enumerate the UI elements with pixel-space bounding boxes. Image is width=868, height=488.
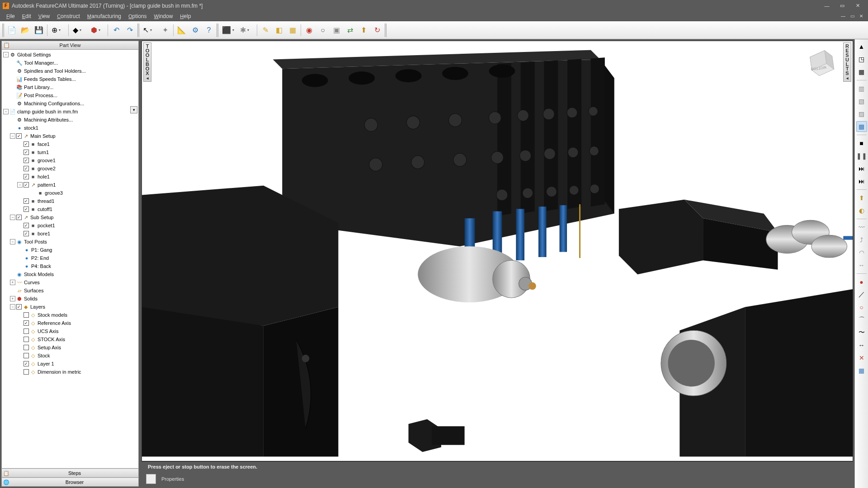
results-tab[interactable]: RESULTS◂ xyxy=(843,42,851,82)
snap-dim-button[interactable]: ↔ xyxy=(856,340,867,351)
checkbox[interactable]: ✓ xyxy=(24,141,29,147)
undo-button[interactable]: ↶ xyxy=(110,24,123,37)
help-button[interactable]: ? xyxy=(203,24,215,37)
drill-button[interactable]: ⬆ xyxy=(856,192,867,203)
tree-surfaces[interactable]: ▱Surfaces xyxy=(2,286,138,295)
refresh-button[interactable]: ↻ xyxy=(371,24,383,37)
dim-button[interactable]: ↔ xyxy=(856,260,867,271)
checkbox[interactable]: ✓ xyxy=(24,158,29,163)
tree-dropdown-button[interactable]: ▾ xyxy=(130,106,137,113)
browser-button[interactable]: 🌐Browser xyxy=(1,478,139,487)
tree-pattern1[interactable]: −✓↗pattern1 xyxy=(2,181,138,189)
close-button[interactable]: ✕ xyxy=(850,1,865,10)
checkbox[interactable]: ✓ xyxy=(16,304,22,310)
snap-point-button[interactable]: ● xyxy=(856,277,867,287)
checkbox[interactable] xyxy=(24,312,29,318)
menu-manufacturing[interactable]: Manufacturing xyxy=(84,12,125,20)
snap-grid-button[interactable]: ▦ xyxy=(856,365,867,376)
tree-thread1[interactable]: ✓■thread1 xyxy=(2,197,138,205)
feature-button-2[interactable]: ◧ xyxy=(273,24,285,37)
checkbox[interactable]: ✓ xyxy=(24,206,29,212)
tree-cutoff1[interactable]: ✓■cutoff1 xyxy=(2,205,138,213)
face-button[interactable]: ◐ xyxy=(856,205,867,216)
ucs-button[interactable]: ⊕ xyxy=(49,24,66,37)
tree-machining-config[interactable]: ⚙Machining Configurations... xyxy=(2,99,138,108)
wireframe-button[interactable]: ▥ xyxy=(856,83,867,94)
checkbox[interactable]: ✓ xyxy=(24,223,29,228)
view-cube[interactable]: BOTTOM xyxy=(800,42,840,82)
setup-button[interactable]: ✱ xyxy=(238,24,255,37)
tree-layer-reference-axis[interactable]: ✓◇Reference Axis xyxy=(2,319,138,327)
toolbar-grip[interactable] xyxy=(217,23,218,37)
tree-global-settings[interactable]: −⚙Global Settings xyxy=(2,51,138,59)
shaded-edges-button[interactable]: ▩ xyxy=(856,121,867,132)
part-view-tree[interactable]: ▾ −⚙Global Settings 🔧Tool Manager... ⚙Sp… xyxy=(1,50,139,469)
toolbar-grip[interactable] xyxy=(385,23,387,37)
sim-pause-button[interactable]: ❚❚ xyxy=(856,150,867,161)
tree-groove2[interactable]: ✓■groove2 xyxy=(2,164,138,173)
checkbox[interactable]: ✓ xyxy=(24,182,29,188)
menu-help[interactable]: Help xyxy=(176,12,194,20)
sim-3d-button[interactable]: ◉ xyxy=(303,24,316,37)
tree-stock-models[interactable]: ◉Stock Models xyxy=(2,270,138,278)
tree-part-library[interactable]: 📚Part Library... xyxy=(2,83,138,91)
part-view-header[interactable]: 📋 Part View xyxy=(1,41,139,50)
snap-arc-button[interactable]: ⌒ xyxy=(856,314,867,325)
select-tool-button[interactable]: ↖ xyxy=(141,24,158,37)
feature-button-1[interactable]: ✎ xyxy=(259,24,272,37)
hidden-line-button[interactable]: ▧ xyxy=(856,96,867,107)
menu-window[interactable]: Window xyxy=(151,12,177,20)
sim-next-button[interactable]: ⏭ xyxy=(856,163,867,174)
steps-button[interactable]: 📋Steps xyxy=(1,469,139,478)
checkbox[interactable]: ✓ xyxy=(24,361,29,366)
tree-layer-stock[interactable]: ◇Stock xyxy=(2,352,138,360)
snap-circle-button[interactable]: ○ xyxy=(856,302,867,313)
tree-tool-posts[interactable]: −◉Tool Posts xyxy=(2,238,138,246)
post-button[interactable]: ⬆ xyxy=(357,24,370,37)
checkbox[interactable]: ✓ xyxy=(24,320,29,326)
tree-p2-end[interactable]: ●P2: End xyxy=(2,254,138,262)
toolbox-tab[interactable]: TOOLBOX◂ xyxy=(143,42,151,82)
tree-layer-ucs-axis[interactable]: ◇UCS Axis xyxy=(2,327,138,335)
tree-groove1[interactable]: ✓■groove1 xyxy=(2,156,138,164)
toolbar-grip[interactable] xyxy=(137,23,139,37)
checkbox[interactable]: ✓ xyxy=(24,174,29,179)
checkbox[interactable] xyxy=(24,369,29,375)
arc-button[interactable]: ◠ xyxy=(856,247,867,258)
tree-sub-setup[interactable]: −✓↗Sub Setup xyxy=(2,213,138,221)
checkbox[interactable] xyxy=(24,328,29,334)
tree-layer-1[interactable]: ✓◇Layer 1 xyxy=(2,360,138,368)
sim-centerline-button[interactable]: ○ xyxy=(316,24,329,37)
principal-view-button[interactable]: ▲ xyxy=(856,41,867,52)
properties-bar[interactable]: Properties xyxy=(142,471,853,487)
solids-button[interactable]: ⬢ xyxy=(89,24,106,37)
point-button[interactable]: ⤴ xyxy=(856,235,867,245)
checkbox[interactable] xyxy=(24,337,29,342)
toolbar-grip[interactable] xyxy=(2,23,4,37)
tree-main-setup[interactable]: −✓↗Main Setup xyxy=(2,132,138,140)
menu-construct[interactable]: Construct xyxy=(53,12,84,20)
sim-stop-button[interactable]: ■ xyxy=(856,138,867,149)
transform-button[interactable]: ✦ xyxy=(159,24,171,37)
tree-layer-stock-axis[interactable]: ◇STOCK Axis xyxy=(2,335,138,343)
snap-line-button[interactable]: ／ xyxy=(856,289,867,300)
menu-options[interactable]: Options xyxy=(125,12,151,20)
tree-solids[interactable]: +⬢Solids xyxy=(2,295,138,303)
tree-stock1[interactable]: ●stock1 xyxy=(2,124,138,132)
snap-curve-button[interactable]: 〜 xyxy=(856,327,867,338)
layers-button[interactable]: ◆ xyxy=(71,24,88,37)
isometric-view-button[interactable]: ◳ xyxy=(856,54,867,65)
sim-2d-button[interactable]: ▣ xyxy=(330,24,343,37)
tree-face1[interactable]: ✓■face1 xyxy=(2,140,138,148)
tree-groove3[interactable]: ■groove3 xyxy=(2,189,138,197)
measure-button[interactable]: 📐 xyxy=(175,24,188,37)
tree-feeds-speeds[interactable]: 📊Feeds Speeds Tables... xyxy=(2,75,138,83)
checkbox[interactable]: ✓ xyxy=(24,198,29,204)
tree-tool-manager[interactable]: 🔧Tool Manager... xyxy=(2,59,138,67)
mdi-minimize-button[interactable]: — xyxy=(839,13,847,19)
checkbox[interactable]: ✓ xyxy=(24,166,29,171)
tree-file[interactable]: −📄clamp guide bush in mm.fm xyxy=(2,108,138,116)
save-file-button[interactable]: 💾 xyxy=(33,24,45,37)
checkbox[interactable] xyxy=(24,353,29,358)
tree-turn1[interactable]: ✓■turn1 xyxy=(2,148,138,156)
